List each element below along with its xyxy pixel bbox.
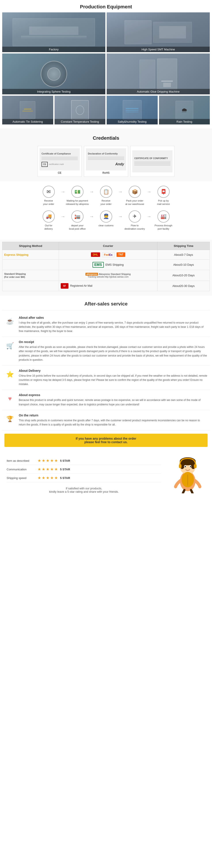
rating-row-communication: Communication ★ ★ ★ ★ ★ 5 STAR (7, 465, 161, 474)
receipt-text: After the arrival of the goods as soon a… (19, 345, 208, 362)
service-item-after-sales: ☕ About after sales I shop the sale of a… (2, 313, 210, 337)
express-couriers-1: DHL FedEx TNT (59, 250, 157, 259)
rating-item-label: Item as described (7, 459, 38, 462)
port-icon: 🏭 (157, 210, 170, 223)
courier-logos-1: DHL FedEx TNT (61, 252, 155, 257)
cert-3-content: CERTIFICATE OF CONFORMITY (132, 150, 173, 173)
cert-conformity: Declaration of Conformity Andy RoHS (84, 146, 128, 177)
registered-text: Registered Air Mail (70, 284, 93, 287)
customs-label: clear customs (99, 224, 113, 227)
receipt-content: On receipt After the arrival of the good… (19, 340, 208, 362)
satisfied-text: If satisfied with our products,kindly le… (2, 485, 166, 496)
contact-banner-text: If you have any problems about the order… (7, 437, 205, 444)
const-temp-label: Constant Temperature Testing (55, 119, 106, 124)
cert-3: CERTIFICATE OF CONFORMITY (130, 146, 174, 177)
payment-icon: 💵 (71, 186, 83, 198)
service-item-delivery: ⭐ About Delivery China time 16 points be… (2, 366, 210, 390)
character-wrap (166, 449, 210, 496)
cert-3-heading: CERTIFICATE OF CONFORMITY (134, 157, 171, 160)
dhl-logo: DHL (91, 252, 100, 257)
shipping-time-header: Shipping Time (157, 242, 210, 250)
process-port: 🏭 Process throughport facility (151, 210, 176, 231)
aftersales-title: After-sales service (2, 298, 210, 310)
service-item-receipt: 🛒 On receipt After the arrival of the go… (2, 337, 210, 366)
rating-communication-star-label: 5 STAR (60, 468, 70, 471)
smt-img-box: High Speed SMT Machine (107, 12, 210, 52)
receive-order-label: Receiveyour order (43, 199, 54, 206)
svg-point-7 (185, 466, 186, 467)
soldering-img-box: Automatic Tin Soldering (2, 96, 53, 124)
cert-compliance-content: Certificate of Compliance CE certificati… (39, 148, 80, 170)
ship-star-3: ★ (46, 475, 49, 480)
process-pack: 📦 Pack your orderat our warehouse (122, 186, 147, 206)
delivery-text: China time 16 points before the successf… (19, 374, 208, 386)
rating-row-shipping: Shipping speed ★ ★ ★ ★ ★ 5 STAR (7, 474, 161, 482)
sphere-img-box: Integrating Sphere Testing (2, 54, 105, 94)
arrow-4: → (147, 189, 151, 194)
star-3: ★ (46, 458, 49, 463)
aliexpress-logo: aliexpress Aliexpress Standard Shipping … (61, 273, 155, 278)
process-row-2: 🚚 Out fordelivery → 🏣 depart yourlocal p… (2, 210, 210, 231)
character-illustration (170, 449, 205, 493)
cert-conformity-label: RoHS (102, 171, 110, 175)
port-label: Process throughport facility (154, 224, 172, 231)
cert-conformity-heading: Declaration of Conformity (88, 152, 124, 156)
express-icon: ♥ (4, 393, 15, 404)
pickup-label: Pck up bymail service (157, 199, 170, 206)
express-method-2 (2, 259, 59, 270)
credentials-section: Credentials Certificate of Compliance CE… (0, 129, 212, 181)
sphere-label: Integrating Sphere Testing (2, 89, 105, 94)
service-item-return: 🏆 On the return This shop sells products… (2, 410, 210, 430)
customs-icon: 👮 (100, 210, 112, 223)
fedex-logo: FedEx (102, 252, 115, 257)
cert-row: Certificate of Compliance CE certificati… (2, 146, 210, 177)
express-label: Express Shipping (4, 253, 29, 256)
humidity-label: Salty&humidity Testing (107, 119, 158, 124)
glue-label: Automatic Glue Dripping Machine (107, 89, 210, 94)
registered-courier: SF Registered Air Mail (59, 281, 157, 291)
receive-order2-label: Receiveyour order (101, 199, 111, 206)
depart-label: depart yourlocal post office (69, 224, 86, 231)
standard-time-2: About20-30 Days (157, 281, 210, 291)
rating-shipping-label: Shipping speed (7, 476, 38, 479)
delivery-heading: About Delivery (19, 369, 208, 372)
receive-order2-icon: 📋 (100, 186, 112, 198)
comm-star-4: ★ (50, 467, 54, 472)
soldering-label: Automatic Tin Soldering (2, 119, 53, 124)
after-sales-text: I shop the sale of all goods, after the … (19, 321, 208, 334)
process-flow: ✈ Flow todestination country (122, 210, 147, 231)
contact-banner[interactable]: If you have any problems about the order… (4, 434, 208, 447)
after-sales-heading: About after sales (19, 316, 208, 319)
after-sales-content: About after sales I shop the sale of all… (19, 316, 208, 334)
out-delivery-label: Out fordelivery (44, 224, 53, 231)
process-section: ✉ Receiveyour order → 💵 Waiting for paym… (0, 181, 212, 240)
smt-label: High Speed SMT Machine (107, 46, 210, 52)
equipment-row-3: Automatic Tin Soldering Constant Tempera… (2, 96, 210, 124)
glue-img-box: Automatic Glue Dripping Machine (107, 54, 210, 94)
svg-rect-10 (194, 464, 197, 468)
shipping-row-standard-2: SF Registered Air Mail About20-30 Days (2, 281, 210, 291)
process-pickup: 📮 Pck up bymail service (151, 186, 176, 206)
equipment-row-1: Factory High Speed SMT Machine (2, 12, 210, 52)
ratings-wrap: Item as described ★ ★ ★ ★ ★ 5 STAR Commu… (2, 454, 166, 496)
star-5: ★ (54, 458, 58, 463)
return-heading: On the return (19, 413, 208, 417)
ems-logos: EMS EMS Shipping (61, 262, 155, 268)
standard-time-1: About10-20 Days (157, 270, 210, 281)
express-text: Because this product is small profits an… (19, 398, 208, 406)
receipt-heading: On receipt (19, 340, 208, 344)
pack-icon: 📦 (129, 186, 141, 198)
flow-icon: ✈ (129, 210, 141, 223)
comm-star-2: ★ (42, 467, 45, 472)
process-row-1: ✉ Receiveyour order → 💵 Waiting for paym… (2, 186, 210, 206)
payment-label: Waiting for paymentreleased by alixpress (66, 199, 89, 206)
comm-star-5: ★ (54, 467, 58, 472)
comm-star-3: ★ (46, 467, 49, 472)
ems-couriers: EMS EMS Shipping (59, 259, 157, 270)
rain-label: Rain Testing (159, 119, 210, 124)
express-heading: About express (19, 393, 208, 397)
delivery-icon: ⭐ (4, 369, 15, 380)
delivery-content: About Delivery China time 16 points befo… (19, 369, 208, 386)
equipment-grid: Factory High Speed SMT Machine (0, 12, 212, 129)
const-temp-img-box: Constant Temperature Testing (55, 96, 106, 124)
